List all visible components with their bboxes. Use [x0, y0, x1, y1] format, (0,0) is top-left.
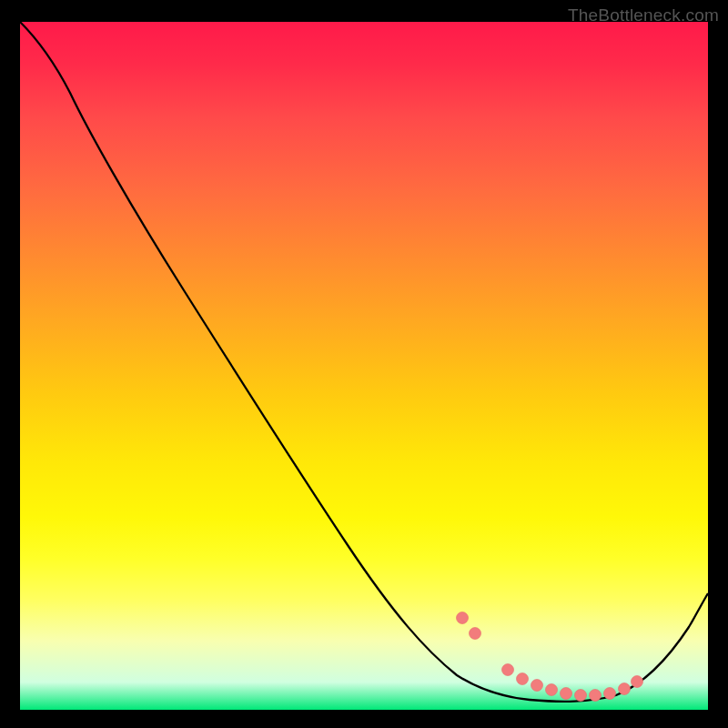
svg-point-11 — [632, 676, 643, 688]
svg-point-7 — [575, 690, 587, 702]
svg-point-2 — [502, 664, 514, 676]
attribution-text: TheBottleneck.com — [568, 5, 719, 25]
svg-point-4 — [531, 680, 543, 692]
svg-point-9 — [604, 688, 616, 700]
chart-container: TheBottleneck.com — [0, 0, 728, 728]
svg-point-6 — [561, 688, 572, 700]
svg-point-3 — [517, 673, 529, 685]
svg-point-1 — [470, 628, 481, 640]
chart-svg — [20, 22, 708, 710]
chart-line — [20, 22, 708, 702]
svg-point-10 — [619, 683, 631, 695]
svg-point-8 — [590, 690, 602, 702]
svg-point-0 — [457, 612, 469, 624]
svg-point-5 — [546, 684, 558, 696]
chart-markers — [457, 612, 643, 702]
